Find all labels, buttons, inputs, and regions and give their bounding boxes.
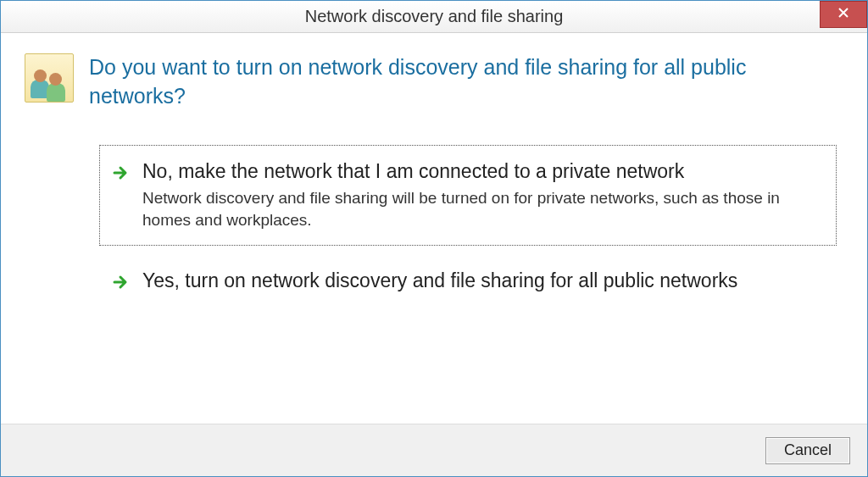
close-icon — [837, 7, 849, 22]
option-text: Yes, turn on network discovery and file … — [142, 269, 824, 294]
network-users-icon — [25, 53, 74, 103]
cancel-button[interactable]: Cancel — [765, 437, 850, 464]
titlebar: Network discovery and file sharing — [1, 1, 867, 33]
dialog-footer: Cancel — [1, 424, 867, 476]
dialog-window: Network discovery and file sharing Do yo… — [0, 0, 868, 477]
header-row: Do you want to turn on network discovery… — [25, 53, 843, 111]
close-button[interactable] — [820, 1, 867, 28]
dialog-content: Do you want to turn on network discovery… — [1, 33, 867, 424]
options-list: No, make the network that I am connected… — [25, 145, 843, 308]
main-question: Do you want to turn on network discovery… — [89, 53, 843, 111]
option-title: No, make the network that I am connected… — [142, 159, 824, 185]
option-text: No, make the network that I am connected… — [142, 159, 824, 231]
option-title: Yes, turn on network discovery and file … — [142, 269, 824, 294]
arrow-right-icon — [112, 274, 129, 291]
option-private-network[interactable]: No, make the network that I am connected… — [99, 145, 837, 246]
option-description: Network discovery and file sharing will … — [142, 187, 824, 230]
window-title: Network discovery and file sharing — [1, 7, 867, 26]
option-public-networks[interactable]: Yes, turn on network discovery and file … — [99, 254, 837, 308]
arrow-right-icon — [112, 164, 129, 181]
